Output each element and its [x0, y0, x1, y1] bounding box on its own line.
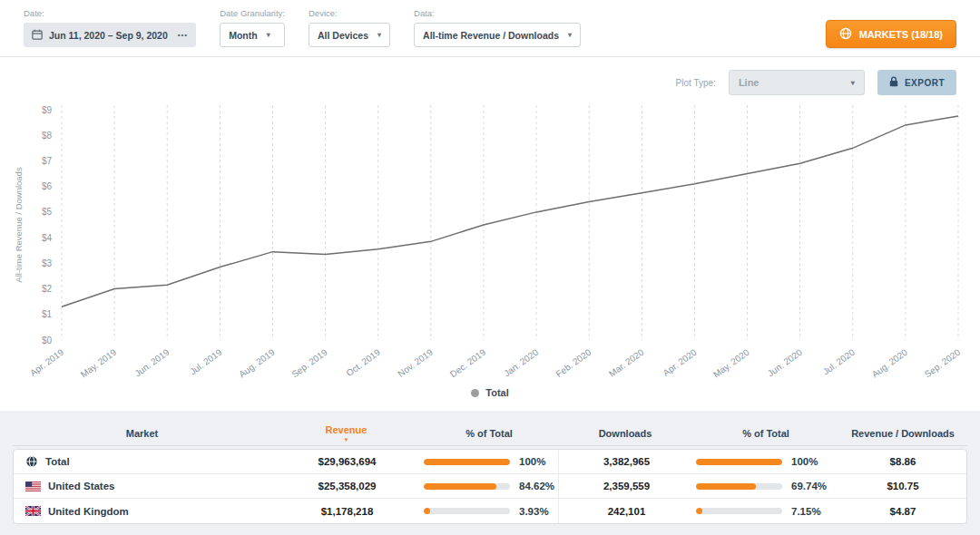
svg-text:Jul. 2020: Jul. 2020	[821, 346, 858, 376]
downloads-pct-bar	[696, 459, 782, 465]
table-row[interactable]: United States$25,358,02984.62%2,359,5596…	[14, 474, 966, 499]
globe-icon	[25, 455, 38, 468]
markets-table: MarketRevenue▼% of TotalDownloads% of To…	[13, 423, 967, 524]
svg-text:Apr. 2019: Apr. 2019	[28, 346, 65, 377]
downloads-cell: 3,382,965	[558, 450, 694, 473]
device-value: All Devices	[318, 30, 368, 41]
revenue-cell: $29,963,694	[272, 456, 422, 467]
revenue-pct-cell: 84.62%	[422, 481, 558, 491]
revenue-per-download-cell: $8.86	[839, 456, 966, 467]
market-cell: United Kingdom	[14, 506, 272, 517]
downloads-cell: 242,101	[558, 499, 694, 523]
column-header-label: Market	[126, 429, 158, 439]
us-flag-icon	[25, 482, 41, 491]
data-filter-group: Data: All-time Revenue / Downloads ▾	[414, 8, 581, 47]
chevron-down-icon: ▾	[851, 79, 855, 87]
revenue-pct-label: 100%	[519, 456, 545, 467]
column-header--of-total[interactable]: % of Total	[421, 429, 557, 439]
calendar-icon	[32, 29, 43, 42]
column-header-label: Revenue	[326, 425, 368, 435]
svg-text:Jun. 2020: Jun. 2020	[766, 346, 804, 378]
line-chart[interactable]: $0$1$2$3$4$5$6$7$8$9Apr. 2019May. 2019Ju…	[9, 99, 971, 385]
revenue-cell: $1,178,218	[272, 506, 422, 517]
plot-type-select[interactable]: Line ▾	[729, 70, 865, 95]
legend-dot-icon	[471, 389, 479, 397]
svg-text:Dec. 2019: Dec. 2019	[448, 346, 488, 379]
device-filter-group: Device: All Devices ▾	[309, 8, 390, 47]
granularity-value: Month	[229, 30, 258, 41]
revenue-pct-bar	[424, 508, 510, 514]
globe-icon	[839, 27, 852, 42]
svg-text:Jan. 2020: Jan. 2020	[502, 346, 540, 378]
market-name: Total	[45, 456, 70, 467]
date-range-picker[interactable]: Jun 11, 2020 – Sep 9, 2020 •••	[24, 23, 196, 47]
table-row[interactable]: United Kingdom$1,178,2183.93%242,1017.15…	[14, 499, 966, 523]
granularity-filter-label: Date Granularity:	[220, 8, 285, 18]
downloads-pct-cell: 69.74%	[694, 481, 839, 491]
data-value: All-time Revenue / Downloads	[423, 30, 559, 41]
svg-text:$1: $1	[42, 309, 53, 319]
column-header-market[interactable]: Market	[13, 429, 271, 439]
chart-legend[interactable]: Total	[0, 385, 980, 407]
column-header-downloads[interactable]: Downloads	[557, 429, 693, 439]
markets-button-label: MARKETS (18/18)	[859, 29, 943, 40]
svg-text:$3: $3	[42, 258, 53, 268]
plot-type-label: Plot Type:	[676, 78, 716, 88]
revenue-pct-cell: 3.93%	[422, 506, 558, 517]
svg-text:Mar. 2020: Mar. 2020	[607, 346, 646, 378]
svg-text:Sep. 2019: Sep. 2019	[289, 346, 329, 379]
svg-text:Nov. 2019: Nov. 2019	[396, 346, 435, 379]
svg-text:May. 2019: May. 2019	[79, 346, 119, 379]
chevron-down-icon: ▾	[267, 31, 270, 39]
svg-text:Oct. 2019: Oct. 2019	[344, 346, 382, 378]
column-header--of-total[interactable]: % of Total	[693, 429, 838, 439]
svg-text:Sep. 2020: Sep. 2020	[923, 346, 963, 379]
revenue-cell: $25,358,029	[272, 481, 422, 491]
revenue-pct-bar	[424, 483, 510, 490]
svg-text:Aug. 2020: Aug. 2020	[870, 346, 910, 379]
data-select[interactable]: All-time Revenue / Downloads ▾	[414, 23, 581, 47]
market-cell: Total	[14, 455, 272, 468]
column-header-label: Downloads	[599, 429, 652, 439]
downloads-cell: 2,359,559	[558, 474, 694, 498]
downloads-pct-bar	[696, 483, 782, 490]
date-filter-label: Date:	[24, 8, 196, 18]
export-button[interactable]: EXPORT	[877, 70, 956, 95]
column-header-revenue[interactable]: Revenue▼	[271, 425, 421, 443]
uk-flag-icon	[25, 506, 41, 516]
revenue-per-download-cell: $4.87	[839, 506, 966, 517]
lock-icon	[889, 76, 898, 89]
column-header-label: % of Total	[742, 429, 789, 439]
downloads-pct-cell: 100%	[694, 456, 839, 467]
revenue-pct-label: 84.62%	[519, 481, 554, 491]
date-more-icon[interactable]: •••	[178, 31, 188, 39]
svg-text:Apr. 2020: Apr. 2020	[661, 346, 698, 377]
downloads-pct-label: 7.15%	[791, 506, 821, 517]
column-header-revenue-downloads[interactable]: Revenue / Downloads	[838, 429, 967, 439]
svg-text:Jun. 2019: Jun. 2019	[132, 346, 171, 378]
data-filter-label: Data:	[414, 8, 581, 18]
revenue-per-download-cell: $10.75	[839, 481, 966, 491]
device-select[interactable]: All Devices ▾	[309, 23, 390, 47]
svg-text:Jul. 2019: Jul. 2019	[188, 346, 224, 376]
market-name: United Kingdom	[48, 506, 129, 517]
svg-text:$0: $0	[42, 336, 53, 345]
plot-toolbar: Plot Type: Line ▾ EXPORT	[0, 57, 980, 95]
analytics-dashboard: Date: Jun 11, 2020 – Sep 9, 2020 ••• Dat…	[0, 0, 980, 535]
market-name: United States	[48, 481, 115, 491]
svg-text:May. 2020: May. 2020	[711, 346, 751, 379]
legend-label: Total	[485, 387, 508, 398]
export-button-label: EXPORT	[905, 78, 945, 88]
markets-button[interactable]: MARKETS (18/18)	[826, 20, 956, 48]
granularity-select[interactable]: Month ▾	[220, 23, 285, 47]
revenue-pct-label: 3.93%	[519, 506, 549, 517]
downloads-pct-label: 69.74%	[791, 481, 827, 491]
table-header-row: MarketRevenue▼% of TotalDownloads% of To…	[13, 423, 967, 446]
date-range-value: Jun 11, 2020 – Sep 9, 2020	[49, 30, 168, 41]
table-row[interactable]: Total$29,963,694100%3,382,965100%$8.86	[14, 450, 966, 474]
sort-desc-icon: ▼	[344, 437, 349, 443]
table-body: Total$29,963,694100%3,382,965100%$8.86Un…	[13, 449, 967, 524]
svg-text:$2: $2	[42, 284, 53, 294]
date-filter-group: Date: Jun 11, 2020 – Sep 9, 2020 •••	[24, 8, 196, 47]
svg-text:Feb. 2020: Feb. 2020	[554, 346, 593, 379]
